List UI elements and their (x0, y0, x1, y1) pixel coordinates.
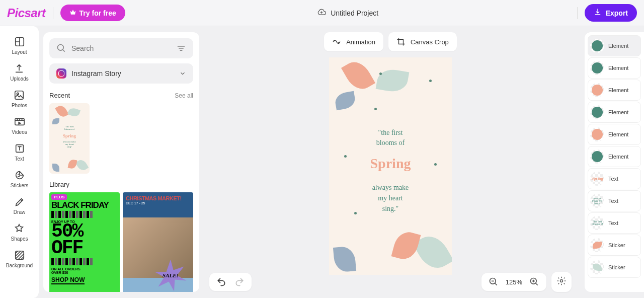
recent-thumbnail[interactable]: "the firstblooms of Spring always makemy… (49, 103, 90, 174)
try-for-free-button[interactable]: Try for free (60, 5, 125, 21)
nav-shapes[interactable]: Shapes (11, 223, 28, 242)
layer-element-5[interactable]: Element (588, 124, 641, 145)
templates-panel: Instagram Story Recent See all "the firs… (43, 32, 199, 292)
canvas-text-1[interactable]: "the firstblooms of (329, 128, 452, 147)
nav-label: Draw (14, 209, 25, 215)
svg-point-5 (18, 174, 18, 175)
layer-text-2[interactable]: alwaysmake myheart Text (588, 190, 641, 211)
project-title[interactable]: Untitled Project (331, 9, 378, 17)
chevron-down-icon (179, 70, 186, 77)
undo-button[interactable] (216, 277, 226, 287)
export-label: Export (606, 9, 628, 17)
instagram-icon (56, 68, 66, 79)
nav-photos[interactable]: Photos (12, 90, 27, 108)
layer-text-3[interactable]: "the firstblooms of Text (588, 212, 641, 234)
animation-label: Animation (346, 38, 375, 46)
layer-element-6[interactable]: Element (588, 146, 641, 167)
layer-element-1[interactable]: Element (588, 35, 641, 56)
svg-point-9 (334, 40, 335, 41)
layer-element-3[interactable]: Element (588, 80, 641, 101)
app-header: Picsart Try for free Untitled Project Ex… (0, 0, 644, 26)
lib2-sale: SALE! (163, 272, 179, 278)
library-template-1[interactable]: PLUS BLACK FRIDAY ENJOY UP TO 50% OFF ON… (49, 192, 120, 292)
svg-point-13 (560, 280, 563, 282)
search-box[interactable] (49, 38, 193, 58)
crop-label: Canvas Crop (411, 38, 449, 46)
zoom-out-button[interactable] (489, 277, 499, 287)
svg-rect-1 (15, 91, 24, 100)
recent-title: Recent (49, 92, 70, 99)
layer-sticker-2[interactable]: Sticker (588, 257, 641, 278)
nav-label: Background (6, 263, 33, 268)
lib2-title: CHRISTMAS MARKET! (126, 195, 190, 201)
divider (577, 7, 578, 19)
canvas[interactable]: "the firstblooms of Spring always makemy… (329, 57, 452, 275)
nav-draw[interactable]: Draw (14, 196, 25, 215)
crown-icon (69, 9, 76, 17)
nav-text[interactable]: Text (14, 143, 25, 162)
export-button[interactable]: Export (585, 4, 637, 22)
layer-element-4[interactable]: Element (588, 102, 641, 123)
layer-element-2[interactable]: Element (588, 57, 641, 79)
library-template-2[interactable]: CHRISTMAS MARKET! DEC 17 - 25 SALE! (123, 192, 193, 292)
nav-label: Text (15, 156, 24, 162)
canvas-settings-button[interactable] (551, 272, 572, 292)
zoom-value[interactable]: 125% (506, 278, 522, 286)
plus-badge: PLUS (51, 194, 67, 200)
logo[interactable]: Picsart (7, 6, 46, 20)
nav-uploads[interactable]: Uploads (10, 63, 29, 82)
canvas-area: Animation Canvas Crop "the firstblooms o… (199, 26, 582, 298)
nav-label: Videos (12, 129, 27, 135)
layers-panel: Element Element Element Element Element … (585, 32, 644, 292)
zoom-control: 125% (481, 273, 546, 291)
category-select[interactable]: Instagram Story (49, 63, 193, 84)
try-label: Try for free (79, 9, 116, 17)
nav-videos[interactable]: Videos (12, 116, 27, 135)
search-input[interactable] (71, 44, 171, 52)
nav-label: Photos (12, 103, 27, 108)
nav-label: Stickers (11, 183, 29, 188)
cloud-icon (316, 7, 327, 19)
zoom-in-button[interactable] (529, 277, 539, 287)
layer-text-1[interactable]: Spring Text (588, 168, 641, 189)
canvas-crop-button[interactable]: Canvas Crop (388, 32, 457, 51)
svg-point-2 (17, 93, 19, 95)
lib1-title: BLACK FRIDAY (51, 201, 118, 209)
nav-label: Uploads (10, 76, 29, 82)
svg-point-7 (58, 45, 64, 51)
animation-button[interactable]: Animation (324, 32, 383, 51)
svg-point-10 (339, 43, 340, 44)
nav-layout[interactable]: Layout (12, 36, 27, 55)
search-icon (56, 43, 66, 53)
library-title: Library (49, 181, 69, 188)
nav-label: Layout (12, 49, 27, 55)
download-icon (594, 8, 602, 18)
category-label: Instagram Story (71, 69, 174, 78)
layer-sticker-1[interactable]: Sticker (588, 235, 641, 256)
filter-icon[interactable] (176, 43, 186, 53)
left-nav: Layout Uploads Photos Videos Text Sticke… (0, 26, 39, 298)
canvas-text-2[interactable]: Spring (329, 156, 452, 172)
see-all-link[interactable]: See all (175, 92, 193, 99)
undo-redo-group (209, 273, 252, 291)
redo-button (234, 277, 245, 287)
nav-background[interactable]: Background (6, 250, 33, 268)
canvas-text-3[interactable]: always makemy heartsing." (329, 182, 452, 214)
nav-label: Shapes (11, 236, 28, 242)
lib2-date: DEC 17 - 25 (126, 201, 190, 205)
divider (53, 7, 53, 19)
nav-stickers[interactable]: Stickers (11, 170, 29, 188)
